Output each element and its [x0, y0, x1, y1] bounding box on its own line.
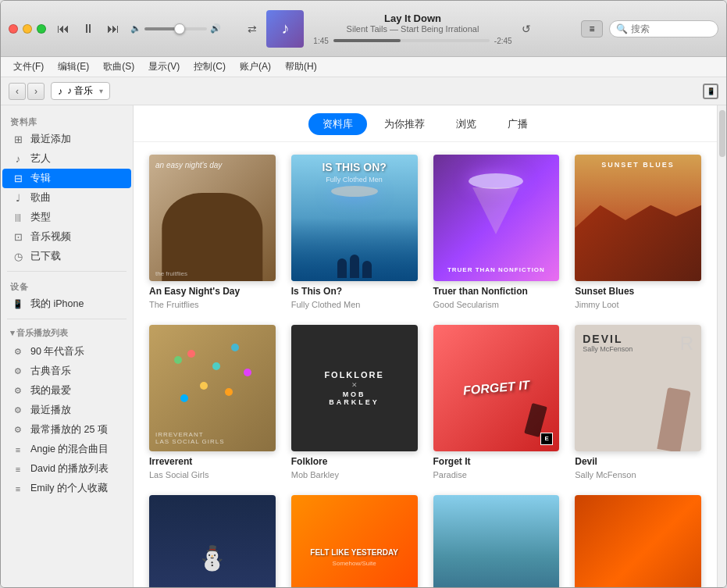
sidebar-item-songs[interactable]: ♩ 歌曲: [2, 188, 131, 208]
album-folklore[interactable]: FOLKLORE ✕ MOB BARKLEY Folklore Mob Bark…: [291, 325, 418, 479]
albums-grid: an easy night's day the fruitflies An Ea…: [134, 142, 717, 587]
easy-night-band-text: the fruitflies: [155, 270, 187, 277]
playlist-top25-icon: ⚙: [12, 425, 24, 435]
now-playing-art-icon: ♪: [281, 20, 289, 37]
album-title-truer: Truer than Nonfiction: [433, 286, 560, 297]
sidebar-item-recent[interactable]: ⊞ 最近添加: [2, 130, 131, 149]
albums-row-1: an easy night's day the fruitflies An Ea…: [149, 155, 701, 309]
playlist-angie-icon: ≡: [12, 445, 24, 454]
car-art: [433, 495, 560, 588]
sidebar-item-downloaded[interactable]: ◷ 已下载: [2, 247, 131, 266]
sidebar-item-iphone[interactable]: 📱 我的 iPhone: [2, 294, 131, 314]
tab-recommended[interactable]: 为你推荐: [370, 113, 439, 135]
volume-slider[interactable]: 🔈 🔊: [130, 23, 221, 34]
songs-icon: ♩: [12, 192, 24, 204]
rewind-button[interactable]: ⏮: [54, 20, 73, 37]
list-view-button[interactable]: ≡: [581, 20, 603, 37]
playlists-section-title[interactable]: ▾ 音乐播放列表: [1, 324, 133, 342]
sidebar-separator-2: [7, 319, 127, 319]
menu-account[interactable]: 账户(A): [233, 59, 277, 75]
navbar: ‹ › ♪ ♪ 音乐 ▾ 📱: [1, 77, 726, 105]
album-row3-2[interactable]: FELT LIKE YESTERDAY Somehow/Suite: [291, 495, 418, 588]
tab-browse[interactable]: 浏览: [442, 113, 490, 135]
album-cover-row3-4: [575, 495, 701, 588]
menu-song[interactable]: 歌曲(S): [97, 59, 141, 75]
menu-edit[interactable]: 编辑(E): [52, 59, 95, 75]
sidebar-item-90s[interactable]: ⚙ 90 年代音乐: [2, 342, 131, 362]
volume-track[interactable]: [144, 27, 207, 30]
sidebar-item-recent-played[interactable]: ⚙ 最近播放: [2, 401, 131, 420]
minimize-button[interactable]: [23, 24, 32, 34]
chevron-down-icon: ▾: [99, 87, 103, 95]
ufo-disc: [469, 173, 523, 189]
album-easy-night[interactable]: an easy night's day the fruitflies An Ea…: [149, 155, 276, 309]
sidebar-item-albums[interactable]: ⊟ 专辑: [2, 169, 131, 188]
category-select[interactable]: ♪ ♪ 音乐 ▾: [51, 82, 110, 100]
tab-library[interactable]: 资料库: [308, 113, 367, 135]
menu-help[interactable]: 帮助(H): [279, 59, 323, 75]
album-is-this-on[interactable]: IS THIS ON? Fully Clothed Men: [291, 155, 418, 309]
album-artist-truer: Good Secularism: [433, 300, 560, 309]
menu-file[interactable]: 文件(F): [7, 59, 50, 75]
genres-icon: |||: [12, 213, 24, 222]
scrollbar[interactable]: [717, 105, 726, 587]
volume-thumb[interactable]: [174, 23, 185, 34]
sidebar-item-david[interactable]: ≡ David 的播放列表: [2, 459, 131, 479]
album-cover-devil: DEVIL Sally McFenson R: [575, 325, 701, 451]
devil-subtitle-text: Sally McFenson: [583, 345, 693, 353]
album-devil[interactable]: DEVIL Sally McFenson R Devil Sally McFen…: [575, 325, 701, 479]
sidebar: 资料库 ⊞ 最近添加 ♪ 艺人 ⊟ 专辑 ♩ 歌曲 ||| 类型: [1, 105, 134, 587]
album-forget-it[interactable]: FORGET IT E Forget It Paradise: [433, 325, 560, 479]
sidebar-item-top25[interactable]: ⚙ 最常播放的 25 项: [2, 420, 131, 440]
close-button[interactable]: [9, 24, 18, 34]
sidebar-item-angie[interactable]: ≡ Angie 的混合曲目: [2, 440, 131, 459]
album-title-forget-it: Forget It: [433, 456, 560, 467]
iphone-icon: 📱: [707, 87, 715, 95]
forward-button[interactable]: ⏭: [104, 20, 123, 37]
canyon-shape: [575, 205, 701, 281]
album-irreverant[interactable]: IRREVERANTLAS SOCIAL GIRLS Irreverent La…: [149, 325, 276, 479]
album-cover-forget-it: FORGET IT E: [433, 325, 560, 451]
progress-bar[interactable]: [333, 39, 490, 42]
sidebar-item-favorites[interactable]: ⚙ 我的最爱: [2, 381, 131, 401]
sidebar-item-classical[interactable]: ⚙ 古典音乐: [2, 362, 131, 381]
pause-button[interactable]: ⏸: [79, 20, 98, 37]
album-row3-4[interactable]: [575, 495, 701, 588]
album-title-is-this-on: Is This On?: [291, 286, 418, 297]
device-icon[interactable]: 📱: [703, 84, 718, 99]
shuffle-button[interactable]: ⇄: [248, 23, 257, 35]
album-sunset-blues[interactable]: SUNSET BLUES Sunset Blues Jimmy Loot: [575, 155, 701, 309]
album-row3-3[interactable]: [433, 495, 560, 588]
menu-view[interactable]: 显示(V): [142, 59, 186, 75]
album-cover-is-this-on: IS THIS ON? Fully Clothed Men: [291, 155, 418, 281]
sidebar-item-videos[interactable]: ⊡ 音乐视频: [2, 227, 131, 247]
sidebar-item-emily[interactable]: ≡ Emily 的个人收藏: [2, 479, 131, 498]
devil-title-text: DEVIL: [583, 333, 693, 345]
forget-art-text: FORGET IT: [462, 378, 530, 397]
sidebar-label-favorites: 我的最爱: [30, 384, 71, 397]
sidebar-label-videos: 音乐视频: [30, 230, 71, 244]
album-title-sunset-blues: Sunset Blues: [575, 286, 701, 297]
album-truer[interactable]: TRUER THAN NONFICTION Truer than Nonfict…: [433, 155, 560, 309]
light-beam: [472, 187, 519, 234]
sidebar-item-artists[interactable]: ♪ 艺人: [2, 149, 131, 169]
sidebar-label-recent: 最近添加: [30, 133, 71, 146]
menu-control[interactable]: 控制(C): [187, 59, 232, 75]
titlebar: ⏮ ⏸ ⏭ 🔈 🔊 ⇄ ♪ Lay It Down Silent Tails —…: [1, 1, 726, 57]
album-artist-sunset-blues: Jimmy Loot: [575, 300, 701, 309]
search-input[interactable]: [631, 23, 709, 34]
repeat-button[interactable]: ↺: [522, 23, 531, 35]
sidebar-separator-1: [7, 271, 127, 272]
album-cover-row3-2: FELT LIKE YESTERDAY Somehow/Suite: [291, 495, 418, 588]
sidebar-label-90s: 90 年代音乐: [30, 345, 84, 358]
maximize-button[interactable]: [37, 24, 46, 34]
back-button[interactable]: ‹: [9, 83, 26, 100]
forward-button-nav[interactable]: ›: [27, 83, 45, 100]
disc-shape: [331, 186, 378, 197]
sidebar-item-genres[interactable]: ||| 类型: [2, 208, 131, 227]
scrollbar-thumb[interactable]: [719, 110, 725, 157]
sidebar-label-classical: 古典音乐: [30, 365, 71, 378]
window-controls: [9, 24, 46, 34]
album-row3-1[interactable]: ⛄: [149, 495, 276, 588]
tab-radio[interactable]: 广播: [494, 113, 542, 135]
